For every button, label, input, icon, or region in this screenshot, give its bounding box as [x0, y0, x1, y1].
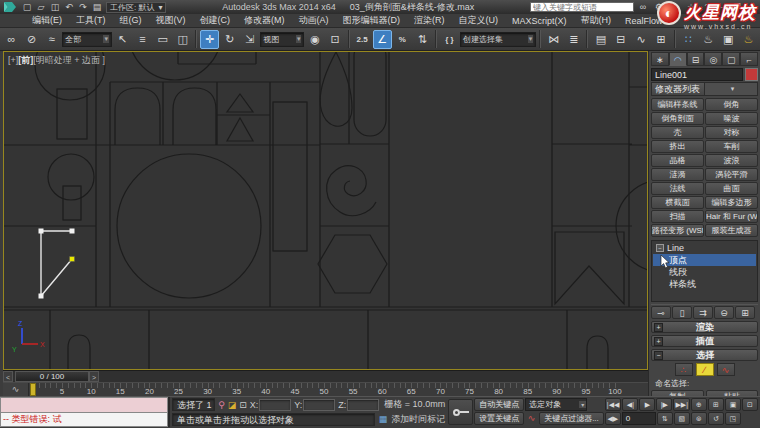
menu-customize[interactable]: 自定义(U): [453, 14, 505, 27]
menu-animation[interactable]: 动画(A): [293, 14, 335, 27]
show-end-result-icon[interactable]: ▯: [672, 306, 692, 319]
select-link-icon[interactable]: ∞: [2, 30, 21, 49]
track-bar[interactable]: ∿ 05101520253035404550556065707580859095…: [3, 382, 648, 396]
time-slider-handle[interactable]: 0 / 100: [15, 371, 89, 382]
select-scale-icon[interactable]: ⇲: [240, 30, 259, 49]
menu-group[interactable]: 组(G): [114, 14, 148, 27]
add-time-tag-label[interactable]: 添加时间标记: [391, 413, 445, 426]
remove-modifier-icon[interactable]: ⊖: [714, 306, 734, 319]
modifier-button[interactable]: 波浪: [705, 154, 758, 167]
restore-icon[interactable]: ❒: [730, 1, 744, 13]
modifier-button[interactable]: 车削: [705, 140, 758, 153]
schematic-view-icon[interactable]: ⊞: [652, 30, 671, 49]
pin-stack-icon[interactable]: ⊸: [651, 306, 671, 319]
new-file-icon[interactable]: ▢: [20, 1, 34, 13]
mirror-icon[interactable]: ⋈: [544, 30, 563, 49]
modifier-button[interactable]: 横截面: [651, 196, 704, 209]
modifier-button[interactable]: 壳: [651, 126, 704, 139]
close-icon[interactable]: ×: [744, 1, 758, 13]
max-logo-icon[interactable]: [2, 1, 18, 14]
rollout-selection[interactable]: −选择: [651, 349, 758, 361]
copy-button[interactable]: 复制: [651, 390, 704, 396]
favorites-star-icon[interactable]: ☆: [684, 1, 698, 13]
zoom-icon[interactable]: ⊕: [691, 398, 707, 411]
modifier-button[interactable]: 涡轮平滑: [705, 168, 758, 181]
modifier-button[interactable]: 法线: [651, 182, 704, 195]
ribbon-toggle-icon[interactable]: ⊟: [611, 30, 630, 49]
menu-rendering[interactable]: 渲染(R): [408, 14, 451, 27]
time-tag-icon[interactable]: ▦: [378, 413, 388, 425]
key-filters-button[interactable]: 关键点过滤器...: [539, 412, 604, 425]
spline-subobject-icon[interactable]: ∿: [717, 363, 735, 376]
time-back-icon[interactable]: <: [3, 371, 13, 382]
material-editor-icon[interactable]: ∷: [679, 30, 698, 49]
mini-curve-editor-icon[interactable]: ∿: [3, 383, 29, 396]
stack-item-spline[interactable]: 样条线: [653, 278, 756, 290]
maxscript-mini-listener[interactable]: -- 类型错误: 试: [0, 397, 170, 427]
tab-motion-icon[interactable]: ◎: [704, 52, 722, 66]
modifier-button[interactable]: 对称: [705, 126, 758, 139]
reference-coordinate-dropdown[interactable]: 视图▾: [260, 32, 304, 47]
key-mode-toggle-icon[interactable]: ◀▶: [605, 412, 621, 425]
orbit-icon[interactable]: ↺: [708, 412, 724, 425]
menu-edit[interactable]: 编辑(E): [26, 14, 68, 27]
listener-error-line[interactable]: -- 类型错误: 试: [0, 413, 168, 428]
field-of-view-icon[interactable]: ⊡: [742, 398, 758, 411]
time-forward-icon[interactable]: >: [89, 371, 99, 382]
zoom-extents-icon[interactable]: ▣: [725, 398, 741, 411]
bind-spacewarp-icon[interactable]: ≈: [42, 30, 61, 49]
window-crossing-icon[interactable]: ◫: [173, 30, 192, 49]
configure-modifier-sets-icon[interactable]: ⊞: [735, 306, 755, 319]
rendered-frame-icon[interactable]: ▣: [719, 30, 738, 49]
trackbar-ruler[interactable]: 0510152025303540455055606570758085909510…: [29, 383, 648, 396]
menu-graph-editors[interactable]: 图形编辑器(D): [337, 14, 407, 27]
select-rotate-icon[interactable]: ↻: [220, 30, 239, 49]
absolute-offset-icon[interactable]: ⊡: [239, 399, 247, 411]
select-by-name-icon[interactable]: ≡: [133, 30, 152, 49]
go-to-start-icon[interactable]: |◀◀: [605, 398, 622, 411]
percent-snap-icon[interactable]: %: [393, 30, 412, 49]
frame-spinner[interactable]: ⇅: [657, 412, 673, 425]
rollout-interpolation[interactable]: +插值: [651, 335, 758, 347]
viewport-menu-plus[interactable]: [+]: [8, 55, 18, 65]
expand-icon[interactable]: +: [654, 337, 663, 346]
isolate-selection-icon[interactable]: ⚲: [218, 399, 225, 411]
redo-icon[interactable]: ↷: [76, 1, 90, 13]
search-icon[interactable]: ∞: [636, 1, 650, 13]
help-icon[interactable]: ?: [700, 1, 714, 13]
tab-utilities-icon[interactable]: ⌐: [740, 52, 758, 66]
maximize-viewport-icon[interactable]: ◳: [725, 412, 741, 425]
paste-button[interactable]: 粘贴: [706, 390, 759, 396]
modifier-button[interactable]: Hair 和 Fur (WSM: [705, 210, 758, 223]
viewport-shading-label[interactable]: [明暗处理 + 边面 ]: [33, 55, 105, 65]
curve-editor-icon[interactable]: ∿: [631, 30, 650, 49]
modifier-button[interactable]: 编辑多边形: [705, 196, 758, 209]
menu-maxscript[interactable]: MAXScript(X): [506, 16, 573, 26]
segment-subobject-icon[interactable]: ∕: [696, 363, 714, 376]
edit-named-sets-icon[interactable]: { }: [440, 30, 459, 49]
modifier-button[interactable]: 挤出: [651, 140, 704, 153]
menu-tools[interactable]: 工具(T): [70, 14, 112, 27]
modifier-button[interactable]: 涟漪: [651, 168, 704, 181]
modifier-button[interactable]: 服装生成器: [705, 224, 758, 237]
next-frame-icon[interactable]: |▶: [656, 398, 672, 411]
listener-macro-line[interactable]: [0, 397, 168, 413]
menu-help[interactable]: 帮助(H): [575, 14, 618, 27]
modifier-button[interactable]: 倒角: [705, 98, 758, 111]
layer-manager-icon[interactable]: ▤: [591, 30, 610, 49]
named-selection-dropdown[interactable]: 创建选择集▾: [460, 32, 536, 47]
zoom-all-icon[interactable]: ⊞: [708, 398, 724, 411]
modifier-button[interactable]: 编辑样条线: [651, 98, 704, 111]
selection-lock-icon[interactable]: ◪: [228, 399, 237, 411]
time-slider[interactable]: < 0 / 100 >: [3, 370, 648, 382]
current-frame-field[interactable]: 0: [622, 412, 656, 425]
z-coordinate-field[interactable]: [347, 399, 379, 411]
viewport-name[interactable]: [前]: [18, 55, 33, 65]
make-unique-icon[interactable]: ⇉: [693, 306, 713, 319]
undo-icon[interactable]: ↶: [62, 1, 76, 13]
previous-frame-icon[interactable]: ◀|: [622, 398, 638, 411]
collapse-icon[interactable]: −: [656, 244, 664, 252]
select-move-icon[interactable]: ✛: [200, 30, 219, 49]
project-folder-icon[interactable]: ▤: [90, 1, 104, 13]
modifier-list-dropdown[interactable]: 修改器列表▾: [651, 82, 758, 96]
